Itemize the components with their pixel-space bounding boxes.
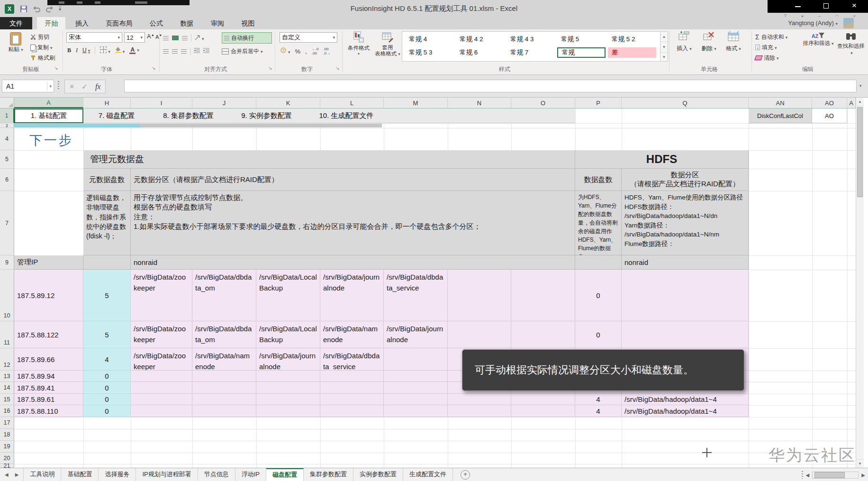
align-center-icon[interactable]	[172, 49, 178, 54]
row-header[interactable]: 16	[0, 405, 14, 417]
cell-partition[interactable]: /srv/BigData/namenode	[192, 348, 256, 371]
conditional-formatting-button[interactable]: 条件格式▾	[345, 31, 372, 56]
sheet-tab[interactable]: 基础配置	[61, 468, 99, 481]
meta-disk-count-header[interactable]: 元数据盘数	[83, 169, 131, 191]
comma-icon[interactable]: ,	[305, 48, 307, 55]
tab-page-layout[interactable]: 页面布局	[98, 17, 140, 29]
cell[interactable]	[192, 371, 256, 382]
row-header[interactable]: 13	[0, 371, 14, 382]
cell-hdfs-disks[interactable]: 4	[575, 394, 622, 405]
hdfs-partition-desc[interactable]: HDFS、Yarn、Flume使用的数据分区路径 HDFS数据路径： /srv/…	[622, 191, 749, 255]
number-dialog-launcher-icon[interactable]: ↘	[335, 65, 339, 71]
hscroll-left-icon[interactable]: ◀	[806, 472, 810, 478]
col-header-AP[interactable]: A	[847, 98, 856, 108]
style-item[interactable]: 常规 5 2	[608, 34, 656, 45]
decrease-decimal-icon[interactable]: .00.0→	[323, 47, 330, 55]
cell-meta-disks[interactable]: 0	[83, 382, 131, 394]
gallery-up-icon[interactable]: ▲	[660, 32, 668, 42]
tab-splitter[interactable]	[802, 471, 803, 479]
meta-disk-count-desc[interactable]: 逻辑磁盘数，非物理硬盘数，指操作系统中的硬盘数(fdisk -l)；	[83, 191, 131, 255]
sheet-tab[interactable]: 选择服务	[99, 468, 136, 481]
cell[interactable]	[131, 382, 192, 394]
hdfs-disk-count-header[interactable]: 数据盘数	[575, 169, 622, 191]
number-format-select[interactable]: 自定义▾	[280, 32, 337, 43]
cell[interactable]	[448, 270, 511, 321]
col-header-I[interactable]: I	[131, 98, 192, 108]
cell[interactable]	[131, 371, 192, 382]
cell[interactable]	[256, 405, 320, 417]
hscroll-thumb[interactable]	[814, 472, 845, 478]
row-header[interactable]: 21	[0, 464, 14, 468]
formula-input[interactable]	[124, 80, 857, 92]
cell-ip[interactable]: 187.5.88.110	[14, 405, 83, 417]
cell-partition[interactable]: /srv/BigData/zookeeper	[131, 321, 192, 348]
cell-partition[interactable]: /srv/BigData/journalnode	[384, 321, 448, 348]
row-header[interactable]: 7	[0, 191, 14, 255]
name-box[interactable]: A1▾	[2, 80, 54, 92]
row-header[interactable]: 11	[0, 321, 14, 348]
cell[interactable]	[192, 394, 256, 405]
fill-button[interactable]: ↓填充	[755, 43, 777, 52]
cell-ip[interactable]: 187.5.88.122	[14, 321, 83, 348]
close-icon[interactable]: ×	[852, 1, 857, 10]
format-cells-button[interactable]: 格式	[722, 31, 745, 53]
tab-insert[interactable]: 插入	[68, 17, 96, 29]
cell-meta-disks[interactable]: 4	[83, 348, 131, 371]
cell[interactable]	[192, 382, 256, 394]
cell-ip[interactable]: 187.5.89.66	[14, 348, 83, 371]
tab-view[interactable]: 视图	[234, 17, 262, 29]
cell-meta-disks[interactable]: 5	[83, 321, 131, 348]
meta-partition-desc[interactable]: 用于存放管理节点或控制节点数据。 根据各节点的硬盘数填写 注意： 1.如果实际硬…	[131, 191, 575, 255]
font-color-icon[interactable]: A	[129, 46, 139, 54]
cell-ip[interactable]: 187.5.89.12	[14, 270, 83, 321]
sheet-tab[interactable]: 生成配置文件	[403, 468, 453, 481]
paste-button[interactable]: 粘贴	[4, 31, 27, 64]
cell-meta-disks[interactable]: 0	[83, 405, 131, 417]
style-item-bad[interactable]: 差	[608, 47, 656, 58]
insert-cells-button[interactable]: 插入	[673, 31, 696, 53]
cell-hdfs-partition[interactable]: /srv/BigData/hadoop/data1~4	[622, 394, 749, 405]
cell[interactable]	[83, 255, 131, 270]
hdfs-title[interactable]: HDFS	[575, 150, 749, 169]
cell[interactable]	[256, 371, 320, 382]
cell[interactable]	[384, 371, 448, 382]
hdfs-partition-header[interactable]: 数据分区 （请根据产品文档进行RAID配置）	[622, 169, 749, 191]
cell[interactable]	[511, 321, 575, 348]
user-account[interactable]: Yangtong (Andy) ▾	[788, 19, 838, 27]
col-header-AO[interactable]: AO	[812, 98, 847, 108]
alignment-dialog-launcher-icon[interactable]: ↘	[268, 65, 272, 71]
cell[interactable]	[622, 270, 749, 321]
nav-instance-params[interactable]: 9. 实例参数配置	[230, 109, 303, 123]
cancel-icon[interactable]: ×	[70, 82, 74, 91]
sheet-tab[interactable]: 浮动IP	[235, 468, 266, 481]
cell[interactable]	[384, 405, 448, 417]
font-name-select[interactable]: 宋体▾	[66, 32, 122, 43]
cell-hdfs-disks[interactable]: 0	[575, 270, 622, 321]
bold-button[interactable]: B	[67, 47, 71, 54]
hscroll-right-icon[interactable]: ▶	[861, 472, 865, 478]
cell-AN1[interactable]: DiskConfLastCol	[749, 109, 812, 123]
cell-partition[interactable]: /srv/BigData/LocalBackup	[256, 270, 320, 321]
cell-partition[interactable]: /srv/BigData/dbdata_service	[320, 348, 384, 371]
cell[interactable]	[256, 394, 320, 405]
sheet-tab[interactable]: 节点信息	[198, 468, 235, 481]
col-header-P[interactable]: P	[575, 98, 622, 108]
cell[interactable]	[320, 394, 384, 405]
enter-icon[interactable]: ✓	[81, 82, 88, 91]
copy-button[interactable]: 复制	[30, 43, 53, 52]
shrink-font-icon[interactable]: A▼	[155, 34, 162, 40]
col-header-A[interactable]: A	[14, 98, 83, 108]
cell-hdfs-disks[interactable]: 4	[575, 405, 622, 417]
gallery-down-icon[interactable]: ▼	[660, 42, 668, 53]
sheet-tab[interactable]: 实例参数配置	[353, 468, 403, 481]
cell-partition[interactable]: /srv/BigData/dbdata_om	[192, 270, 256, 321]
merge-center-button[interactable]: 合并后居中	[222, 46, 263, 56]
row-header[interactable]: 6	[0, 169, 14, 191]
meta-partition-header[interactable]: 元数据分区（请根据产品文档进行RAID配置）	[131, 169, 575, 191]
sheet-next-icon[interactable]: ▶	[15, 472, 19, 477]
formula-bar-splitter[interactable]	[58, 81, 59, 91]
cell-partition[interactable]: /srv/BigData/zookeeper	[131, 348, 192, 371]
col-header-L[interactable]: L	[320, 98, 384, 108]
underline-button[interactable]: U	[82, 47, 90, 54]
hscroll-track[interactable]	[812, 472, 859, 479]
